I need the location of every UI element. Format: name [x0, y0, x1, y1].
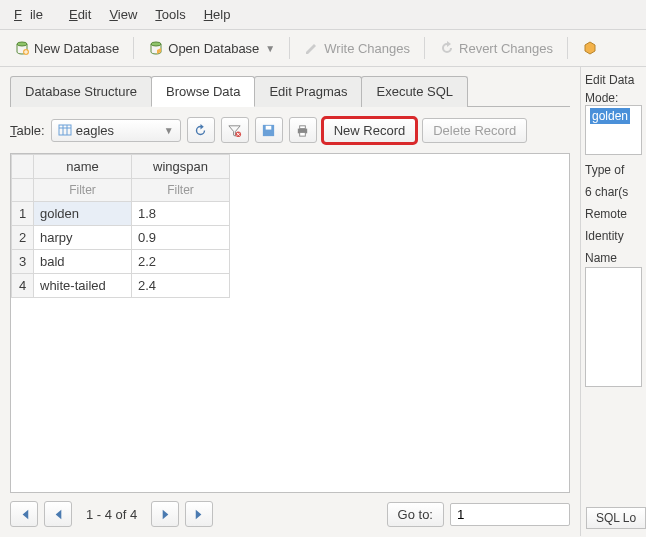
filter-clear-icon [227, 123, 242, 138]
print-icon [295, 123, 310, 138]
toolbar: New Database Open Database ▼ Write Chang… [0, 30, 646, 67]
svg-rect-3 [59, 125, 71, 135]
revert-icon [439, 40, 455, 56]
page-range: 1 - 4 of 4 [78, 507, 145, 522]
filter-name[interactable]: Filter [34, 179, 132, 202]
char-info: 6 char(s [585, 185, 642, 199]
column-header-wingspan[interactable]: wingspan [132, 155, 230, 179]
menu-view[interactable]: View [101, 4, 145, 25]
revert-changes-button[interactable]: Revert Changes [433, 36, 559, 60]
open-database-label: Open Database [168, 41, 259, 56]
tab-browse-data[interactable]: Browse Data [151, 76, 255, 107]
tabbar: Database Structure Browse Data Edit Prag… [10, 75, 570, 107]
sql-log-button[interactable]: SQL Lo [586, 507, 646, 529]
side-panel: Edit Data Mode: golden Type of 6 char(s … [580, 67, 646, 536]
tab-edit-pragmas[interactable]: Edit Pragmas [254, 76, 362, 107]
filter-wingspan[interactable]: Filter [132, 179, 230, 202]
name-box[interactable] [585, 267, 642, 387]
table-row[interactable]: 2harpy0.9 [12, 226, 230, 250]
menu-tools[interactable]: Tools [147, 4, 193, 25]
revert-changes-label: Revert Changes [459, 41, 553, 56]
table-row[interactable]: 3bald2.2 [12, 250, 230, 274]
svg-point-0 [17, 42, 27, 46]
new-database-label: New Database [34, 41, 119, 56]
column-header-name[interactable]: name [34, 155, 132, 179]
write-changes-label: Write Changes [324, 41, 410, 56]
goto-input[interactable] [450, 503, 570, 526]
refresh-icon [193, 123, 208, 138]
first-icon [17, 507, 32, 522]
table-icon [58, 123, 72, 137]
table-select[interactable]: eagles ▼ [51, 119, 181, 142]
delete-record-button[interactable]: Delete Record [422, 118, 527, 143]
tab-execute-sql[interactable]: Execute SQL [361, 76, 468, 107]
clear-filter-button[interactable] [221, 117, 249, 143]
mode-label: Mode: [585, 91, 642, 105]
identity-label: Identity [585, 229, 642, 243]
database-open-icon [148, 40, 164, 56]
name-label: Name [585, 251, 642, 265]
next-icon [158, 507, 173, 522]
svg-rect-9 [266, 125, 272, 129]
cell-editor[interactable]: golden [585, 105, 642, 155]
table-label: Table: [10, 123, 45, 138]
chevron-down-icon: ▼ [164, 125, 174, 136]
data-grid[interactable]: namewingspan FilterFilter 1golden1.8 2ha… [10, 153, 570, 493]
cube-icon [582, 40, 598, 56]
svg-point-2 [151, 42, 161, 46]
type-info: Type of [585, 163, 642, 177]
print-button[interactable] [289, 117, 317, 143]
write-icon [304, 40, 320, 56]
next-page-button[interactable] [151, 501, 179, 527]
menubar: File Edit View Tools Help [0, 0, 646, 30]
save-icon [261, 123, 276, 138]
save-button[interactable] [255, 117, 283, 143]
menu-edit[interactable]: Edit [61, 4, 99, 25]
tab-database-structure[interactable]: Database Structure [10, 76, 152, 107]
extra-button[interactable] [576, 36, 604, 60]
refresh-button[interactable] [187, 117, 215, 143]
pager: 1 - 4 of 4 Go to: [10, 501, 570, 527]
database-new-icon [14, 40, 30, 56]
remote-label: Remote [585, 207, 642, 221]
new-record-button[interactable]: New Record [323, 118, 417, 143]
edit-data-label: Edit Data [585, 73, 642, 87]
chevron-down-icon[interactable]: ▼ [265, 43, 275, 54]
table-select-value: eagles [76, 123, 114, 138]
goto-button[interactable]: Go to: [387, 502, 444, 527]
prev-page-button[interactable] [44, 501, 72, 527]
table-row[interactable]: 4white-tailed2.4 [12, 274, 230, 298]
menu-help[interactable]: Help [196, 4, 239, 25]
menu-file[interactable]: File [6, 4, 59, 25]
last-icon [192, 507, 207, 522]
write-changes-button[interactable]: Write Changes [298, 36, 416, 60]
svg-rect-12 [300, 132, 306, 136]
last-page-button[interactable] [185, 501, 213, 527]
new-database-button[interactable]: New Database [8, 36, 125, 60]
svg-rect-11 [300, 125, 306, 128]
open-database-button[interactable]: Open Database ▼ [142, 36, 281, 60]
first-page-button[interactable] [10, 501, 38, 527]
prev-icon [51, 507, 66, 522]
table-row[interactable]: 1golden1.8 [12, 202, 230, 226]
